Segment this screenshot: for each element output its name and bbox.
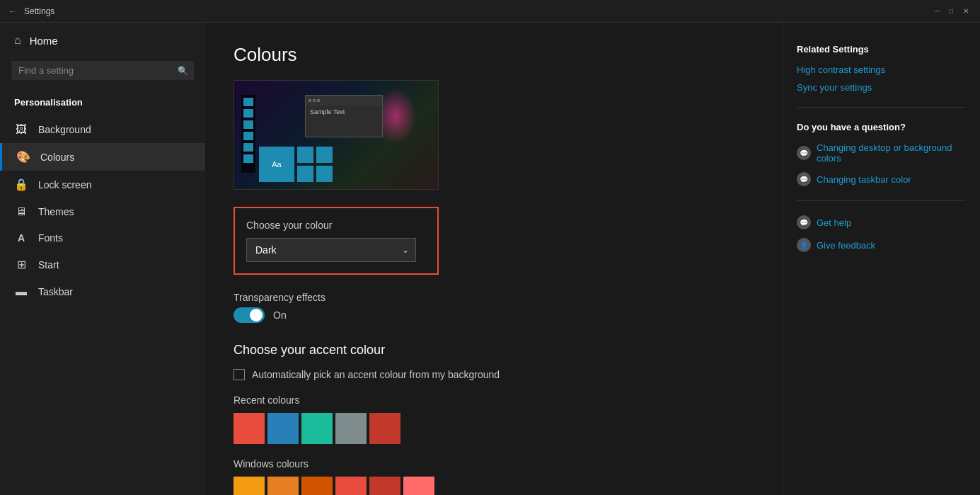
start-icon: ⊞ xyxy=(14,258,28,271)
sidebar-item-fonts-label: Fonts xyxy=(38,232,63,244)
changing-taskbar-icon: 💬 xyxy=(797,172,811,186)
right-panel: Related Settings High contrast settings … xyxy=(782,23,980,495)
preview-taskbar xyxy=(241,95,255,173)
swatch-blue[interactable] xyxy=(267,413,299,444)
sidebar-item-home[interactable]: ⌂ Home xyxy=(0,23,205,58)
window-controls: ─ □ ✕ xyxy=(935,7,972,16)
preview-taskbar-item xyxy=(243,132,253,140)
preview-tile-small xyxy=(297,147,313,182)
maximize-button[interactable]: □ xyxy=(949,7,957,16)
preview-window-dot-2 xyxy=(313,99,316,102)
preview-tile-sm-2 xyxy=(316,147,333,163)
sidebar-item-themes[interactable]: 🖥 Themes xyxy=(0,198,205,225)
changing-desktop-icon: 💬 xyxy=(797,146,811,160)
swatch-gray[interactable] xyxy=(335,413,367,444)
transparency-toggle[interactable] xyxy=(234,307,265,323)
sidebar-item-taskbar-label: Taskbar xyxy=(38,286,73,297)
transparency-label: Transparency effects xyxy=(234,292,754,303)
background-icon: 🖼 xyxy=(14,123,28,136)
right-divider xyxy=(797,107,966,108)
search-input[interactable] xyxy=(11,61,194,80)
preview-tile-large: Aa xyxy=(259,147,294,182)
back-button[interactable]: ← xyxy=(8,6,17,16)
windows-colours-title: Windows colours xyxy=(234,458,754,470)
preview-window: Sample Text xyxy=(305,95,383,137)
related-settings-title: Related Settings xyxy=(797,44,966,55)
sidebar-item-taskbar[interactable]: ▬ Taskbar xyxy=(0,278,205,305)
taskbar-icon: ▬ xyxy=(14,285,28,298)
give-feedback-label: Give feedback xyxy=(817,240,875,251)
get-help-icon: 💬 xyxy=(797,215,811,229)
swatch-darkorange[interactable] xyxy=(301,477,333,495)
lock-screen-icon: 🔒 xyxy=(14,178,28,191)
sidebar-item-colours[interactable]: 🎨 Colours xyxy=(0,143,205,171)
changing-desktop-link-row[interactable]: 💬 Changing desktop or background colors xyxy=(797,142,966,164)
get-help-row[interactable]: 💬 Get help xyxy=(797,215,966,229)
changing-taskbar-label: Changing taskbar color xyxy=(817,174,911,185)
auto-accent-checkbox[interactable] xyxy=(234,369,245,380)
sidebar-item-themes-label: Themes xyxy=(38,206,74,217)
preview-taskbar-item xyxy=(243,143,253,152)
auto-accent-row: Automatically pick an accent colour from… xyxy=(234,369,754,380)
question-title: Do you have a question? xyxy=(797,122,966,132)
accent-colour-title: Choose your accent colour xyxy=(234,343,754,358)
themes-icon: 🖥 xyxy=(14,205,28,218)
swatch-darkred[interactable] xyxy=(369,413,400,444)
accent-colour-section: Choose your accent colour Automatically … xyxy=(234,343,754,380)
sidebar-item-background[interactable]: 🖼 Background xyxy=(0,116,205,143)
swatch-orange[interactable] xyxy=(267,477,299,495)
colours-icon: 🎨 xyxy=(16,150,30,164)
preview-tile-sm xyxy=(297,147,313,163)
give-feedback-row[interactable]: 👤 Give feedback xyxy=(797,238,966,252)
preview-taskbar-item xyxy=(243,109,253,118)
swatch-teal[interactable] xyxy=(301,413,333,444)
preview-tile-sm xyxy=(297,166,313,182)
sidebar-item-lock-label: Lock screen xyxy=(38,179,91,190)
windows-colours-section: Windows colours xyxy=(234,458,754,495)
preview-window-content: Sample Text xyxy=(306,106,382,118)
preview-window-dots xyxy=(309,99,320,102)
sidebar: ⌂ Home 🔍 Personalisation 🖼 Background 🎨 … xyxy=(0,23,205,495)
colour-select[interactable]: Light Dark Custom xyxy=(246,238,416,262)
give-feedback-icon: 👤 xyxy=(797,238,811,252)
preview-window-dot xyxy=(309,99,311,102)
preview-taskbar-item xyxy=(243,154,253,163)
sidebar-item-fonts[interactable]: A Fonts xyxy=(0,225,205,251)
transparency-section: Transparency effects On xyxy=(234,292,754,323)
sidebar-item-background-label: Background xyxy=(38,124,91,135)
preview-window-titlebar xyxy=(306,96,382,106)
swatch-yellow[interactable] xyxy=(234,477,265,495)
page-title: Colours xyxy=(234,44,754,66)
search-icon: 🔍 xyxy=(178,66,188,76)
toggle-knob xyxy=(250,309,263,322)
swatch-red2[interactable] xyxy=(335,477,367,495)
auto-accent-label: Automatically pick an accent colour from… xyxy=(252,369,500,380)
colour-dropdown-container: Light Dark Custom ⌄ xyxy=(246,238,416,262)
search-bar: 🔍 xyxy=(11,61,194,80)
changing-taskbar-link-row[interactable]: 💬 Changing taskbar color xyxy=(797,172,966,186)
home-icon: ⌂ xyxy=(14,34,21,47)
sync-settings-link[interactable]: Sync your settings xyxy=(797,82,966,93)
sidebar-item-start[interactable]: ⊞ Start xyxy=(0,251,205,278)
preview-tile-small-2 xyxy=(316,147,333,182)
right-divider-2 xyxy=(797,200,966,201)
transparency-row: On xyxy=(234,307,754,323)
swatch-salmon[interactable] xyxy=(403,477,434,495)
sidebar-section-title: Personalisation xyxy=(0,91,205,116)
preview-area: Aa xyxy=(234,80,439,190)
choose-colour-section: Choose your colour Light Dark Custom ⌄ xyxy=(234,207,439,275)
preview-taskbar-item xyxy=(243,98,253,106)
close-button[interactable]: ✕ xyxy=(963,7,972,16)
minimize-button[interactable]: ─ xyxy=(935,7,943,16)
windows-colour-swatches xyxy=(234,477,754,495)
swatch-crimson[interactable] xyxy=(369,477,400,495)
toggle-on-label: On xyxy=(273,309,287,321)
recent-colour-swatches xyxy=(234,413,754,444)
preview-background: Aa xyxy=(234,81,438,189)
choose-colour-label: Choose your colour xyxy=(246,220,426,231)
high-contrast-link[interactable]: High contrast settings xyxy=(797,64,966,75)
home-label: Home xyxy=(30,35,58,47)
swatch-red[interactable] xyxy=(234,413,265,444)
recent-colours-section: Recent colours xyxy=(234,394,754,444)
sidebar-item-lock-screen[interactable]: 🔒 Lock screen xyxy=(0,171,205,198)
